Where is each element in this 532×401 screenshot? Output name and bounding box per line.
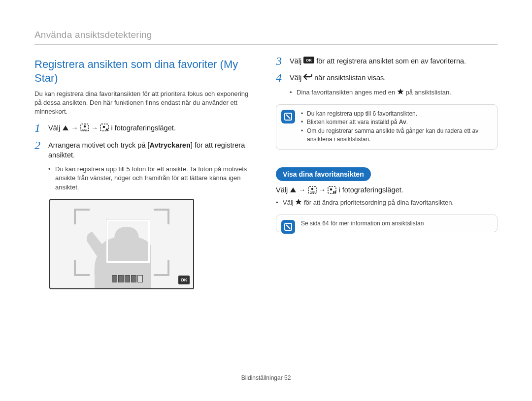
page-footer: Bildinställningar 52 xyxy=(0,374,532,381)
step-4: 4 Välj när ansiktslistan visas. xyxy=(276,73,498,83)
svg-text:OFF: OFF xyxy=(82,128,87,131)
face-detect-off-icon: OFF xyxy=(308,186,317,195)
step-1-text: Välj → OFF → i fotograferingsläget. xyxy=(48,124,176,132)
tip-1-line-3: Om du registrerar samma ansikte två gång… xyxy=(301,127,491,144)
svg-point-17 xyxy=(330,188,332,190)
tip-box-1: Du kan registrera upp till 6 favoritansi… xyxy=(276,104,498,150)
star-icon xyxy=(397,88,404,97)
svg-text:OFF: OFF xyxy=(310,191,315,194)
tip-box-2: Se sida 64 för mer information om ansikt… xyxy=(276,215,498,232)
info-icon xyxy=(281,220,295,234)
left-column: Registrera ansikten som dina favoriter (… xyxy=(34,57,256,289)
content-columns: Registrera ansikten som dina favoriter (… xyxy=(34,57,498,289)
tip-1-line-1: Du kan registrera upp till 6 favoritansi… xyxy=(301,110,491,118)
main-title: Registrera ansikten som dina favoriter (… xyxy=(34,58,256,85)
section-heading: Använda ansiktsdetektering xyxy=(34,30,498,45)
capture-progress-indicator xyxy=(112,275,143,282)
star-icon xyxy=(295,198,302,208)
step-4-text: Välj när ansiktslistan visas. xyxy=(290,74,386,82)
ok-badge-icon: OK xyxy=(178,276,190,284)
up-triangle-icon xyxy=(62,124,69,134)
step-2-subnotes: Du kan registrera upp till 5 foton för e… xyxy=(34,165,256,192)
svg-marker-0 xyxy=(63,125,68,130)
subsection-heading: Visa dina favoritansikten xyxy=(276,167,371,181)
svg-point-2 xyxy=(84,125,86,127)
face-list-icon xyxy=(328,186,336,195)
step-number: 4 xyxy=(276,71,282,85)
page-root: Använda ansiktsdetektering Registrera an… xyxy=(0,0,532,309)
frame-corner-icon xyxy=(154,209,169,224)
back-arrow-icon xyxy=(303,73,312,83)
frame-corner-icon xyxy=(74,209,90,224)
svg-marker-12 xyxy=(290,187,296,192)
page-number: 52 xyxy=(284,374,291,381)
footer-label: Bildinställningar xyxy=(241,374,283,381)
svg-point-5 xyxy=(103,125,105,128)
step-2: 2 Arrangera motivet och tryck på [Avtryc… xyxy=(34,141,256,160)
svg-rect-18 xyxy=(333,191,336,193)
step-4-subnotes: Dina favoritansikten anges med en på ans… xyxy=(276,88,498,97)
frame-corner-icon xyxy=(154,260,169,276)
face-registration-illustration: OK xyxy=(49,199,194,289)
my-star-register-icon xyxy=(100,123,109,134)
step-2-text: Arrangera motivet och tryck på [Avtrycka… xyxy=(48,141,245,159)
tip-2-text: Se sida 64 för mer information om ansikt… xyxy=(301,220,491,227)
step-number: 2 xyxy=(34,139,40,152)
step-4-bullet: Dina favoritansikten anges med en på ans… xyxy=(290,88,498,97)
priority-bullet: Välj för att ändra prioritetsordning på … xyxy=(276,198,498,208)
intro-text: Du kan registrera dina favoritansikten f… xyxy=(34,90,256,117)
face-frame-icon xyxy=(106,219,150,263)
svg-text:OK: OK xyxy=(306,58,312,62)
frame-corner-icon xyxy=(74,260,90,276)
step-3-text: Välj OK för att registrera ansiktet som … xyxy=(290,57,466,65)
step-number: 1 xyxy=(34,122,40,135)
step-3: 3 Välj OK för att registrera ansiktet so… xyxy=(276,57,498,66)
svg-point-14 xyxy=(311,187,313,189)
step-1: 1 Välj → OFF → i fotograferingsläget. xyxy=(34,123,256,134)
info-icon xyxy=(281,110,295,123)
up-triangle-icon xyxy=(290,186,297,194)
step-2-bullet: Du kan registrera upp till 5 foton för e… xyxy=(48,165,256,192)
view-favorites-line: Välj → OFF → i fotograferingsläget. xyxy=(276,186,498,195)
ok-button-icon: OK xyxy=(303,57,314,66)
right-column: 3 Välj OK för att registrera ansiktet so… xyxy=(276,57,498,289)
svg-marker-21 xyxy=(296,199,302,205)
tip-1-line-2: Blixten kommer att vara inställd på Av. xyxy=(301,118,491,126)
svg-marker-10 xyxy=(397,89,403,94)
step-number: 3 xyxy=(276,55,282,68)
face-detect-off-icon: OFF xyxy=(80,123,89,134)
